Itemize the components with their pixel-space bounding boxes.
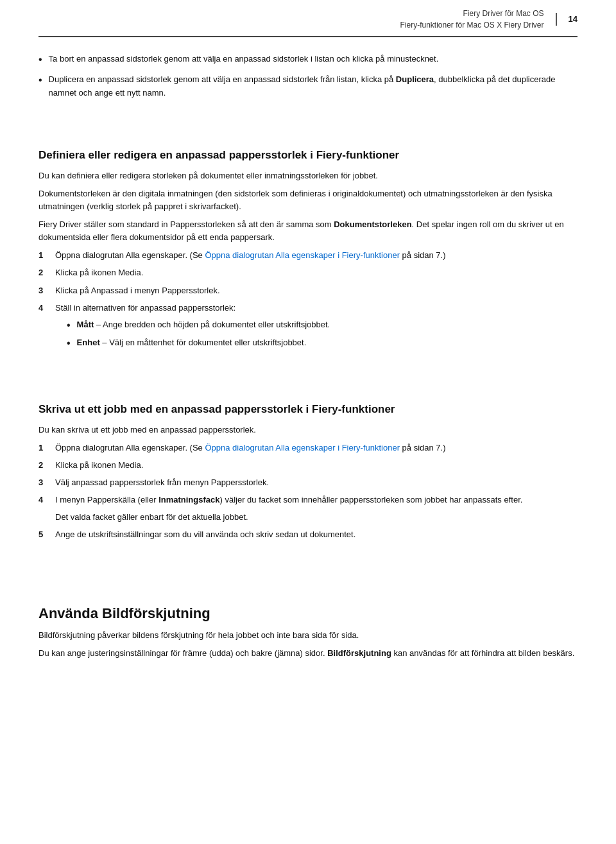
sub-bullet-enhet-text: Enhet – Välj en måttenhet för dokumentet…	[77, 336, 307, 349]
page: Fiery Driver för Mac OS Fiery-funktioner…	[0, 0, 616, 844]
section1-step-2: 2 Klicka på ikonen Media.	[38, 266, 578, 279]
section2-intro: Du kan skriva ut ett jobb med en anpassa…	[38, 424, 578, 436]
enhet-bold: Enhet	[77, 338, 100, 347]
section2-step-4: 4 I menyn Papperskälla (eller Inmatnings…	[38, 494, 578, 506]
section2-steps: 1 Öppna dialogrutan Alla egenskaper. (Se…	[38, 442, 578, 542]
sub-bullet-mått-text: Mått – Ange bredden och höjden på dokume…	[77, 318, 330, 331]
intro-bullet-1-text: Ta bort en anpassad sidstorlek genom att…	[49, 53, 439, 65]
inmatningsfack-bold: Inmatningsfack	[158, 495, 219, 504]
step-label: 1	[38, 249, 50, 262]
section1-steps: 1 Öppna dialogrutan Alla egenskaper. (Se…	[38, 249, 578, 354]
section2-step-4-note: Det valda facket gäller enbart för det a…	[38, 511, 578, 524]
step-label: 4	[38, 494, 50, 506]
section1-para2: Fiery Driver ställer som standard in Pap…	[38, 218, 578, 244]
section2-step-1: 1 Öppna dialogrutan Alla egenskaper. (Se…	[38, 442, 578, 454]
step-1-content: Öppna dialogrutan Alla egenskaper. (Se Ö…	[55, 249, 446, 262]
step1-link[interactable]: Öppna dialogrutan Alla egenskaper i Fier…	[205, 250, 400, 260]
section2-heading: Skriva ut ett jobb med en anpassad pappe…	[38, 402, 578, 417]
sub-bullet-icon: •	[67, 336, 71, 350]
section1-step-1: 1 Öppna dialogrutan Alla egenskaper. (Se…	[38, 249, 578, 262]
step-label: 3	[38, 284, 50, 297]
step-label: 5	[38, 528, 50, 541]
duplicera-bold: Duplicera	[396, 74, 434, 84]
section1-heading: Definiera eller redigera en anpassad pap…	[38, 148, 578, 163]
s2-step-5-content: Ange de utskriftsinställningar som du vi…	[55, 528, 355, 541]
step-label: 2	[38, 459, 50, 472]
intro-bullet-2-text: Duplicera en anpassad sidstorlek genom a…	[49, 73, 578, 99]
step-label: 3	[38, 476, 50, 489]
intro-bullet-2: • Duplicera en anpassad sidstorlek genom…	[38, 73, 578, 99]
step-4-subbullets: • Mått – Ange bredden och höjden på doku…	[55, 318, 330, 351]
section2-step-5: 5 Ange de utskriftsinställningar som du …	[38, 528, 578, 541]
section2-step-3: 3 Välj anpassad pappersstorlek från meny…	[38, 476, 578, 489]
sub-bullet-enhet: • Enhet – Välj en måttenhet för dokument…	[67, 336, 330, 350]
step-label: 1	[38, 442, 50, 454]
intro-bullet-1: • Ta bort en anpassad sidstorlek genom a…	[38, 53, 578, 67]
header-line2: Fiery-funktioner för Mac OS X Fiery Driv…	[400, 19, 543, 31]
bildforskjutning-bold: Bildförskjutning	[327, 648, 391, 658]
s2-step-2-content: Klicka på ikonen Media.	[55, 459, 143, 472]
bullet-icon: •	[38, 73, 42, 87]
mått-bold: Mått	[77, 320, 94, 329]
step-3-content: Klicka på Anpassad i menyn Pappersstorle…	[55, 284, 220, 297]
s2-step1-link[interactable]: Öppna dialogrutan Alla egenskaper i Fier…	[205, 443, 400, 452]
sub-bullet-icon: •	[67, 318, 71, 332]
page-header: Fiery Driver för Mac OS Fiery-funktioner…	[38, 0, 578, 37]
page-number: 14	[556, 13, 578, 26]
header-line1: Fiery Driver för Mac OS	[400, 8, 543, 19]
s2-step-4-note: Det valda facket gäller enbart för det a…	[55, 511, 248, 524]
sub-bullet-mått: • Mått – Ange bredden och höjden på doku…	[67, 318, 330, 332]
section3-intro: Bildförskjutning påverkar bildens förskj…	[38, 629, 578, 642]
s2-step-1-content: Öppna dialogrutan Alla egenskaper. (Se Ö…	[55, 442, 446, 454]
bullet-icon: •	[38, 53, 42, 67]
step-4-content: Ställ in alternativen för anpassad pappe…	[55, 303, 235, 313]
dokumentstorleken-bold: Dokumentstorleken	[334, 220, 411, 229]
section3-heading: Använda Bildförskjutning	[38, 605, 578, 623]
header-text: Fiery Driver för Mac OS Fiery-funktioner…	[400, 8, 543, 31]
section2-step-2: 2 Klicka på ikonen Media.	[38, 459, 578, 472]
section1-intro: Du kan definiera eller redigera storleke…	[38, 169, 578, 182]
section1-step-4: 4 Ställ in alternativen för anpassad pap…	[38, 302, 578, 355]
s2-step-3-content: Välj anpassad pappersstorlek från menyn …	[55, 476, 269, 489]
section3-para2: Du kan ange justeringsinställningar för …	[38, 647, 578, 660]
step-2-content: Klicka på ikonen Media.	[55, 266, 143, 279]
step-label: 4	[38, 302, 50, 314]
s2-step-4-content: I menyn Papperskälla (eller Inmatningsfa…	[55, 494, 522, 506]
step-label: 2	[38, 266, 50, 279]
section1-para1: Dokumentstorleken är den digitala inmatn…	[38, 187, 578, 213]
section1-step-3: 3 Klicka på Anpassad i menyn Pappersstor…	[38, 284, 578, 297]
